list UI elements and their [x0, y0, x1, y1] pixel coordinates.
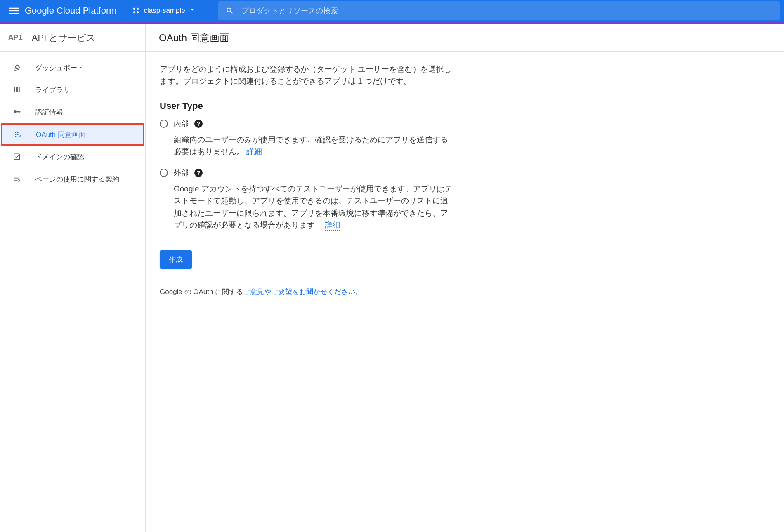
- dashboard-icon: [13, 64, 21, 71]
- chevron-down-icon: [189, 7, 195, 14]
- search-bar[interactable]: [218, 1, 780, 20]
- sidebar: API API とサービス ダッシュボード ライブラリ 認証情報: [0, 24, 146, 532]
- sidebar-nav: ダッシュボード ライブラリ 認証情報 OAuth 同意画面: [0, 52, 145, 190]
- top-header: Google Cloud Platform clasp-sample: [0, 0, 784, 21]
- external-details-link[interactable]: 詳細: [325, 221, 340, 231]
- svg-rect-13: [15, 136, 16, 137]
- hamburger-menu-button[interactable]: [4, 1, 24, 21]
- svg-rect-7: [14, 87, 15, 92]
- main-content: OAuth 同意画面 アプリをどのように構成および登録するか（ターゲット ユーザ…: [146, 24, 784, 532]
- accent-strip: [0, 21, 784, 24]
- svg-rect-0: [9, 8, 19, 9]
- sidebar-item-label: OAuth 同意画面: [36, 130, 86, 139]
- sidebar-item-label: ダッシュボード: [35, 63, 84, 73]
- user-type-option-external: 外部 ? Google アカウントを持つすべてのテストユーザーが使用できます。ア…: [160, 168, 453, 231]
- platform-name: Google Cloud Platform: [25, 5, 117, 16]
- sidebar-item-label: ページの使用に関する契約: [35, 174, 119, 184]
- radio-internal-label: 内部: [174, 119, 189, 129]
- sidebar-item-label: ライブラリ: [35, 85, 70, 95]
- intro-text: アプリをどのように構成および登録するか（ターゲット ユーザーを含む）を選択します…: [160, 63, 453, 87]
- consent-icon: [14, 131, 22, 138]
- svg-point-5: [133, 11, 135, 13]
- user-type-heading: User Type: [160, 101, 453, 111]
- feedback-line: Google の OAuth に関するご意見やご要望をお聞かせください。: [160, 287, 453, 297]
- sidebar-item-page-usage-agreement[interactable]: ページの使用に関する契約: [0, 168, 145, 190]
- platform-logo[interactable]: Google Cloud Platform: [25, 5, 117, 16]
- svg-point-6: [136, 11, 138, 13]
- sidebar-item-dashboard[interactable]: ダッシュボード: [0, 56, 145, 79]
- radio-internal[interactable]: [160, 120, 168, 128]
- page-title: OAuth 同意画面: [159, 31, 229, 45]
- project-selector[interactable]: clasp-sample: [129, 4, 198, 17]
- svg-rect-1: [9, 10, 19, 11]
- sidebar-item-label: 認証情報: [35, 108, 63, 117]
- project-name: clasp-sample: [144, 7, 185, 15]
- svg-rect-18: [14, 179, 19, 179]
- svg-rect-12: [15, 134, 16, 135]
- radio-external-label: 外部: [174, 168, 189, 178]
- main-body: アプリをどのように構成および登録するか（ターゲット ユーザーを含む）を選択します…: [146, 52, 468, 308]
- svg-rect-8: [16, 87, 17, 92]
- help-icon[interactable]: ?: [194, 120, 203, 128]
- search-input[interactable]: [241, 7, 780, 15]
- sidebar-item-domain-verification[interactable]: ドメインの確認: [0, 146, 145, 168]
- search-icon: [218, 7, 241, 15]
- create-button[interactable]: 作成: [160, 250, 192, 269]
- project-icon: [132, 7, 140, 14]
- sidebar-item-library[interactable]: ライブラリ: [0, 79, 145, 101]
- svg-rect-9: [17, 87, 18, 92]
- key-icon: [13, 108, 21, 116]
- user-type-option-internal: 内部 ? 組織内のユーザーのみが使用できます。確認を受けるためにアプリを送信する…: [160, 119, 453, 158]
- svg-rect-19: [14, 180, 17, 181]
- feedback-suffix: 。: [355, 288, 362, 296]
- svg-point-3: [133, 8, 135, 10]
- sidebar-item-oauth-consent[interactable]: OAuth 同意画面: [1, 123, 144, 146]
- internal-description: 組織内のユーザーのみが使用できます。確認を受けるためにアプリを送信する必要はあり…: [174, 134, 453, 158]
- feedback-prefix: Google の OAuth に関する: [160, 288, 243, 296]
- internal-desc-text: 組織内のユーザーのみが使用できます。確認を受けるためにアプリを送信する必要はあり…: [174, 135, 448, 156]
- sidebar-title: API とサービス: [32, 32, 96, 44]
- svg-rect-2: [9, 13, 19, 14]
- sidebar-header: API API とサービス: [0, 24, 145, 52]
- internal-details-link[interactable]: 詳細: [246, 147, 262, 157]
- api-logo: API: [8, 33, 23, 42]
- hamburger-icon: [9, 6, 19, 15]
- feedback-link[interactable]: ご意見やご要望をお聞かせください: [243, 288, 355, 297]
- svg-point-4: [136, 8, 138, 10]
- main-header: OAuth 同意画面: [146, 24, 784, 52]
- svg-rect-15: [17, 134, 19, 135]
- svg-rect-11: [15, 132, 16, 133]
- library-icon: [13, 86, 21, 94]
- svg-rect-17: [14, 177, 19, 178]
- radio-external[interactable]: [160, 169, 168, 177]
- external-description: Google アカウントを持つすべてのテストユーザーが使用できます。アプリはテス…: [174, 183, 453, 231]
- external-desc-text: Google アカウントを持つすべてのテストユーザーが使用できます。アプリはテス…: [174, 184, 452, 229]
- agreement-icon: [13, 175, 21, 183]
- help-icon[interactable]: ?: [194, 169, 203, 177]
- checkbox-icon: [13, 153, 21, 160]
- svg-rect-14: [17, 132, 19, 133]
- sidebar-item-label: ドメインの確認: [35, 152, 84, 162]
- sidebar-item-credentials[interactable]: 認証情報: [0, 101, 145, 123]
- svg-rect-10: [19, 87, 20, 92]
